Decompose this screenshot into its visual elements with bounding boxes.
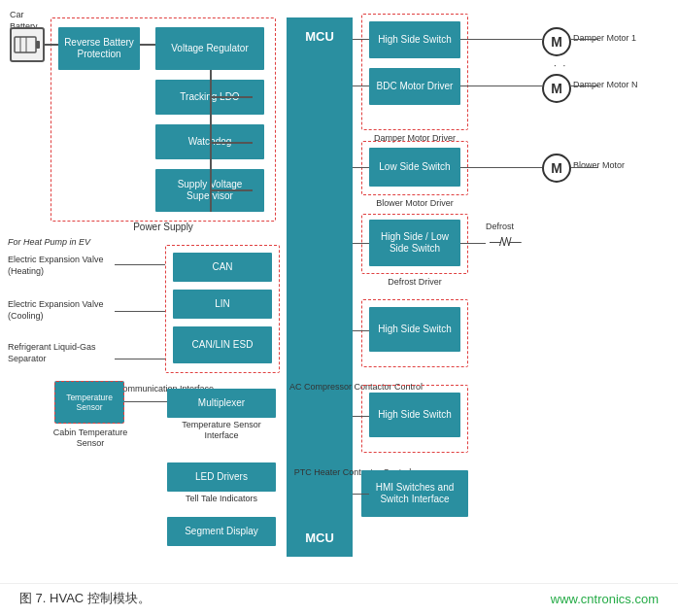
- motor-n-circle: M: [542, 74, 571, 103]
- line-battery-rb: [45, 44, 58, 46]
- line-defrost-l: [460, 243, 486, 244]
- line-mcu-lss: [353, 167, 369, 168]
- hmi-switches-label: HMI Switches and Switch Interface: [363, 482, 466, 505]
- blower-motor-circle: M: [542, 154, 571, 183]
- footer-website: www.cntronics.com: [551, 592, 659, 606]
- multiplexer-box: Multiplexer: [167, 389, 276, 418]
- defrost-driver-label: Defrost Driver: [388, 277, 442, 287]
- line-mcu-ac: [353, 330, 369, 331]
- line-mcu-hss: [353, 39, 369, 40]
- blower-motor-driver-label: Blower Motor Driver: [376, 198, 454, 208]
- line-mcu-ptc: [353, 416, 369, 417]
- battery-icon: [10, 27, 45, 62]
- lin-box: LIN: [173, 290, 272, 319]
- line-to-svs: [210, 189, 253, 191]
- segment-display-box: Segment Display: [167, 517, 276, 546]
- segment-display-label: Segment Display: [185, 526, 258, 537]
- low-side-switch-box: Low Side Switch: [369, 148, 460, 187]
- can-lin-esd-box: CAN/LIN ESD: [173, 326, 272, 363]
- line-lss-blower: [460, 167, 542, 168]
- hmi-switches-box: HMI Switches and Switch Interface: [361, 470, 468, 517]
- footer: 图 7. HVAC 控制模块。 www.cntronics.com: [0, 583, 678, 613]
- cabin-temp-label: Cabin Temperature Sensor: [39, 428, 142, 449]
- exp-valve-cool: Electric Expansion Valve (Cooling): [8, 299, 115, 322]
- tell-tale-label: Tell Tale Indicators: [167, 494, 276, 503]
- line-mn-label: [571, 86, 598, 86]
- reverse-battery-box: Reverse Battery Protection: [58, 27, 140, 70]
- defrost-label: Defrost: [486, 222, 514, 231]
- led-drivers-box: LED Drivers: [167, 462, 276, 492]
- damper-motor-1-label: Damper Motor 1: [573, 33, 636, 43]
- can-box: CAN: [173, 253, 272, 282]
- bdc-motor-driver-box: BDC Motor Driver: [369, 68, 460, 105]
- line-cabin-mux: [124, 401, 167, 402]
- line-hv3: [115, 359, 165, 359]
- line-hv2: [115, 311, 165, 312]
- footer-title: 图 7. HVAC 控制模块。: [19, 590, 151, 607]
- line-bdc-mn: [460, 86, 542, 86]
- line-mcu-hmi: [353, 494, 369, 495]
- motor-1-circle: M: [542, 27, 571, 56]
- led-drivers-label: LED Drivers: [195, 471, 248, 483]
- reverse-battery-label: Reverse Battery Protection: [60, 37, 138, 60]
- line-hv1: [115, 264, 165, 265]
- svg-rect-0: [15, 37, 36, 52]
- heat-pump-label: For Heat Pump in EV: [8, 237, 90, 249]
- can-lin-esd-label: CAN/LIN ESD: [192, 339, 254, 351]
- lin-label: LIN: [215, 298, 230, 310]
- blower-motor-label: Blower Motor: [573, 160, 625, 170]
- mcu-label-bottom: MCU: [301, 527, 338, 549]
- line-hss-m1: [460, 39, 542, 40]
- damper-motor-n-label: Damper Motor N: [573, 80, 638, 89]
- multiplexer-label: Multiplexer: [198, 397, 245, 409]
- diagram-container: MCU MCU CarBattery Power Supply Reverse …: [0, 0, 678, 583]
- line-to-ldo: [210, 96, 253, 98]
- temp-sensor-interface-label: Temperature Sensor Interface: [167, 420, 276, 441]
- line-mcu-bdc2: [353, 86, 369, 86]
- can-label: CAN: [212, 261, 232, 273]
- line-rb-vr: [140, 44, 155, 46]
- temp-sensor-label: Temperature Sensor: [55, 393, 123, 412]
- voltage-regulator-label: Voltage Regulator: [171, 43, 249, 54]
- defrost-resistor: —⁠/\/\/⁠—: [490, 235, 521, 249]
- refrigerant-sep: Refrigerant Liquid-Gas Separator: [8, 342, 105, 364]
- high-side-switch-ptc: High Side Switch: [369, 393, 460, 437]
- high-low-side-switch-box: High Side / Low Side Switch: [369, 220, 460, 266]
- line-m1-label: [571, 39, 598, 40]
- ellipsis-1: · ·: [554, 60, 567, 71]
- power-supply-label: Power Supply: [133, 222, 193, 232]
- high-side-switch-damper: High Side Switch: [369, 21, 460, 58]
- temp-sensor-box: Temperature Sensor: [54, 381, 124, 424]
- high-side-switch-ac: High Side Switch: [369, 307, 460, 352]
- line-mcu-defrost: [353, 243, 369, 244]
- exp-valve-heat: Electric Expansion Valve (Heating): [8, 255, 115, 277]
- line-to-watchdog: [210, 142, 253, 144]
- svg-rect-1: [36, 41, 40, 49]
- voltage-regulator-box: Voltage Regulator: [155, 27, 264, 70]
- line-blower-label: [571, 167, 598, 168]
- mcu-label-top: MCU: [301, 25, 338, 48]
